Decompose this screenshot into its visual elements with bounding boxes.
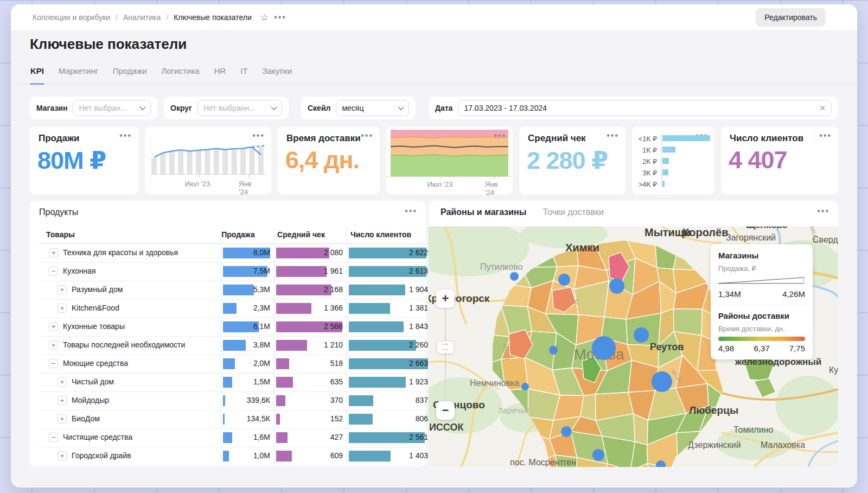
kpi-clients-value: 4 407 <box>729 146 787 174</box>
dashboard-window: Коллекции и воркбуки / Аналитика / Ключе… <box>11 4 857 488</box>
shop-select[interactable]: Нет выбран... <box>73 100 151 116</box>
shop-marker[interactable] <box>558 274 570 286</box>
clear-date-icon[interactable]: ✕ <box>819 104 826 112</box>
table-row: +Кухонные товары6,1М2 5881 843 <box>39 318 424 337</box>
kpi-card-clients: ••• Число клиентов 4 407 <box>721 127 838 194</box>
kpi-avg-check-title: Средний чек <box>528 133 586 144</box>
city-label: Дзержинский <box>688 440 741 450</box>
map-canvas[interactable]: Магазины Продажа, ₽ 1,34М 4,26М Районы д… <box>429 226 838 467</box>
filter-shop: Магазин Нет выбран... <box>30 97 157 119</box>
date-range-input[interactable]: 17.03.2023 - 17.03.2024 ✕ <box>458 100 832 116</box>
tab-hr[interactable]: HR <box>214 64 227 81</box>
tab-маркетинг[interactable]: Маркетинг <box>58 64 99 81</box>
city-label: Малаховка <box>761 440 805 450</box>
kpi-sales-value: 80М ₽ <box>37 146 106 175</box>
map-zoom-slider-handle[interactable]: •••••• <box>437 342 454 353</box>
map-zoom-track[interactable] <box>445 309 446 400</box>
shop-marker[interactable] <box>549 346 558 355</box>
card-menu-icon[interactable]: ••• <box>607 131 619 141</box>
expand-button[interactable]: + <box>49 248 58 257</box>
breadcrumb-analytics[interactable]: Аналитика <box>123 13 161 22</box>
tab-закупки[interactable]: Закупки <box>262 64 293 81</box>
breadcrumb: Коллекции и воркбуки / Аналитика / Ключе… <box>33 4 286 30</box>
histogram-label: 1K ₽ <box>632 146 657 154</box>
products-title: Продукты <box>39 207 78 217</box>
card-menu-icon[interactable]: ••• <box>819 131 832 141</box>
table-row: −Кухонная7,5М1 9612 613 <box>39 262 424 281</box>
legend-districts-metric: Время доставки, дн. <box>718 325 805 333</box>
city-label: ВНИИССОК <box>429 422 463 433</box>
check-value: 1 366 <box>276 304 343 312</box>
more-menu-icon[interactable]: ••• <box>274 12 286 22</box>
expand-button[interactable]: + <box>58 451 67 460</box>
expand-button[interactable]: + <box>49 340 58 350</box>
city-label: Купавна <box>829 365 838 375</box>
card-menu-icon[interactable]: ••• <box>119 131 132 141</box>
table-row: −Моющие средства2,0М5182 663 <box>39 355 424 374</box>
product-name: Товары последней необходимости <box>63 340 185 349</box>
shop-marker[interactable] <box>521 383 529 390</box>
expand-button[interactable]: + <box>58 304 67 313</box>
shop-marker[interactable] <box>592 336 616 360</box>
expand-button[interactable]: + <box>49 322 58 331</box>
map-zoom-in-button[interactable]: + <box>436 289 455 308</box>
expand-button[interactable]: + <box>58 414 67 424</box>
tab-kpi[interactable]: KPI <box>30 64 44 81</box>
shop-marker[interactable] <box>510 272 519 281</box>
city-label: Немчиновка <box>470 378 519 388</box>
city-label: Путилково <box>480 262 522 272</box>
map-panel: Районы и магазины Точки доставки ••• Маг… <box>429 201 838 467</box>
top-bar: Коллекции и воркбуки / Аналитика / Ключе… <box>11 4 857 31</box>
breadcrumb-collections[interactable]: Коллекции и воркбуки <box>33 13 110 22</box>
column-header: Продажа <box>212 230 265 239</box>
tab-логистика[interactable]: Логистика <box>161 64 200 81</box>
product-name: Разумный дом <box>72 285 123 294</box>
clients-value: 1 923 <box>349 377 428 386</box>
products-panel: Продукты ••• ТоварыПродажаСредний чекЧис… <box>30 201 426 467</box>
favorite-star-icon[interactable]: ☆ <box>260 12 269 23</box>
chevron-down-icon <box>398 104 404 110</box>
histogram-label: 3K ₽ <box>632 169 657 177</box>
size-wedge-icon <box>718 276 804 285</box>
breadcrumb-separator: / <box>116 13 118 22</box>
collapse-button[interactable]: − <box>49 433 58 442</box>
scale-select[interactable]: месяц <box>336 100 409 116</box>
column-header: Число клиентов <box>337 230 424 239</box>
shop-marker[interactable] <box>561 426 572 437</box>
card-menu-icon[interactable]: ••• <box>494 131 506 141</box>
collapse-button[interactable]: − <box>49 267 58 276</box>
sale-value: 2,0М <box>223 359 270 368</box>
check-value: 2 080 <box>276 248 343 257</box>
map-tab-districts-shops[interactable]: Районы и магазины <box>441 207 526 217</box>
expand-button[interactable]: + <box>58 285 67 294</box>
desktop-background: Коллекции и воркбуки / Аналитика / Ключе… <box>0 0 868 493</box>
district-select[interactable]: Нет выбранн... <box>197 100 282 116</box>
clients-value: 2 260 <box>349 340 428 349</box>
map-zoom-out-button[interactable]: − <box>436 401 455 420</box>
tab-it[interactable]: IT <box>240 64 248 81</box>
page-title: Ключевые показатели <box>30 36 187 53</box>
card-menu-icon[interactable]: ••• <box>405 206 417 216</box>
shop-marker[interactable] <box>634 327 649 343</box>
city-label: Химки <box>565 242 599 254</box>
collapse-button[interactable]: − <box>49 359 58 368</box>
card-menu-icon[interactable]: ••• <box>817 206 829 216</box>
shop-select-placeholder: Нет выбран... <box>79 104 126 112</box>
histogram-row: 1K ₽ <box>632 146 714 154</box>
expand-button[interactable]: + <box>58 396 67 405</box>
map-tab-delivery-points[interactable]: Точки доставки <box>542 207 604 217</box>
card-menu-icon[interactable]: ••• <box>361 131 373 141</box>
city-label: Свердловский <box>813 235 838 245</box>
clients-value: 2 613 <box>349 267 428 275</box>
shop-marker[interactable] <box>609 279 624 294</box>
shop-marker[interactable] <box>592 449 604 461</box>
district-select-placeholder: Нет выбранн... <box>203 104 256 112</box>
edit-button[interactable]: Редактировать <box>756 8 826 27</box>
expand-button[interactable]: + <box>58 377 67 387</box>
tab-продажи[interactable]: Продажи <box>112 64 148 81</box>
check-value: 2 168 <box>276 285 343 294</box>
histogram-bar <box>662 169 668 175</box>
x-tick-label: Июл '23 <box>185 180 210 188</box>
shop-marker[interactable] <box>652 371 672 392</box>
legend-shops-max: 4,26М <box>782 289 805 299</box>
